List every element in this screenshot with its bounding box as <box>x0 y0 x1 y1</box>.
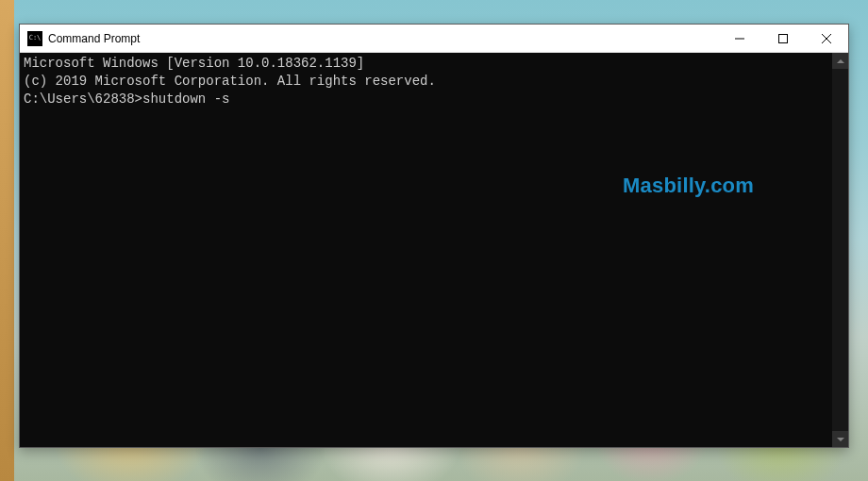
scroll-up-button[interactable] <box>832 53 848 69</box>
terminal-output[interactable]: Microsoft Windows [Version 10.0.18362.11… <box>20 53 832 447</box>
vertical-scrollbar[interactable] <box>832 53 848 447</box>
scroll-track[interactable] <box>832 69 848 431</box>
chevron-up-icon <box>837 59 844 63</box>
svg-rect-1 <box>779 34 788 42</box>
window-title: Command Prompt <box>48 32 718 45</box>
prompt-line: C:\Users\62838>shutdown -s <box>24 91 828 108</box>
scroll-down-button[interactable] <box>832 431 848 447</box>
cmd-icon <box>27 31 42 46</box>
command-text: shutdown -s <box>142 91 229 107</box>
copyright-line: (c) 2019 Microsoft Corporation. All righ… <box>24 73 828 91</box>
window-controls <box>718 25 848 52</box>
command-prompt-window: Command Prompt Microsoft Windows [Versio… <box>19 24 849 448</box>
maximize-icon <box>778 34 788 43</box>
minimize-button[interactable] <box>718 25 761 52</box>
titlebar[interactable]: Command Prompt <box>20 25 848 53</box>
prompt-path: C:\Users\62838> <box>24 91 142 107</box>
minimize-icon <box>735 34 744 43</box>
version-line: Microsoft Windows [Version 10.0.18362.11… <box>24 55 828 73</box>
chevron-down-icon <box>837 438 844 441</box>
terminal-area: Microsoft Windows [Version 10.0.18362.11… <box>20 53 848 447</box>
maximize-button[interactable] <box>761 25 805 52</box>
close-button[interactable] <box>805 25 848 52</box>
close-icon <box>822 34 831 43</box>
